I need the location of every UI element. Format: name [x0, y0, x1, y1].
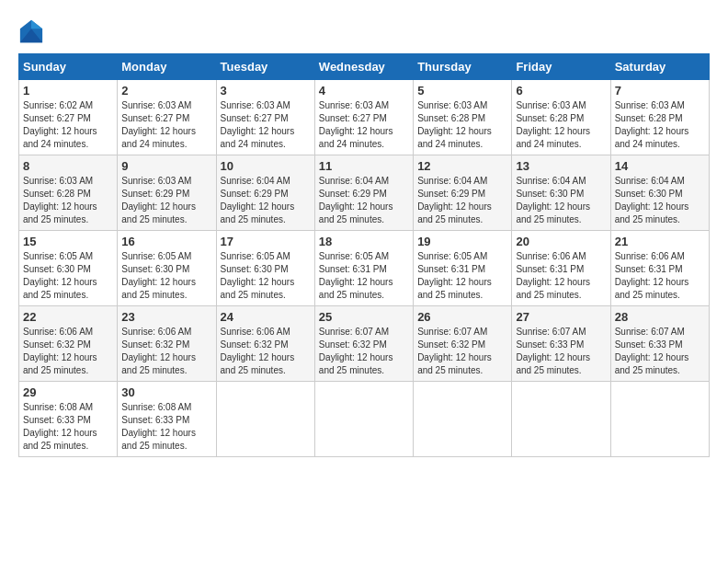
day-info: Sunrise: 6:03 AMSunset: 6:27 PMDaylight:…	[121, 99, 211, 151]
day-info: Sunrise: 6:04 AMSunset: 6:29 PMDaylight:…	[221, 175, 311, 226]
day-info: Sunrise: 6:02 AMSunset: 6:27 PMDaylight:…	[23, 99, 113, 151]
day-number: 18	[319, 235, 409, 248]
calendar-table: SundayMondayTuesdayWednesdayThursdayFrid…	[18, 53, 710, 457]
day-info: Sunrise: 6:06 AMSunset: 6:32 PMDaylight:…	[23, 326, 113, 377]
day-number: 1	[23, 84, 113, 98]
day-info: Sunrise: 6:04 AMSunset: 6:30 PMDaylight:…	[516, 175, 606, 226]
day-number: 28	[615, 310, 705, 324]
calendar-cell: 21 Sunrise: 6:06 AMSunset: 6:31 PMDaylig…	[610, 231, 709, 306]
day-info: Sunrise: 6:03 AMSunset: 6:28 PMDaylight:…	[516, 99, 606, 151]
day-number: 17	[221, 235, 311, 248]
calendar-cell	[512, 382, 610, 457]
calendar-week-row: 1 Sunrise: 6:02 AMSunset: 6:27 PMDayligh…	[19, 80, 710, 155]
day-number: 2	[121, 84, 211, 98]
calendar-cell	[314, 382, 413, 457]
day-info: Sunrise: 6:08 AMSunset: 6:33 PMDaylight:…	[121, 401, 211, 453]
calendar-week-row: 22 Sunrise: 6:06 AMSunset: 6:32 PMDaylig…	[19, 306, 710, 382]
day-info: Sunrise: 6:03 AMSunset: 6:28 PMDaylight:…	[615, 99, 705, 151]
calendar-header-sunday: Sunday	[19, 54, 118, 80]
calendar-cell: 7 Sunrise: 6:03 AMSunset: 6:28 PMDayligh…	[610, 80, 709, 155]
day-number: 8	[23, 159, 113, 173]
day-info: Sunrise: 6:04 AMSunset: 6:29 PMDaylight:…	[417, 175, 507, 226]
calendar-cell: 6 Sunrise: 6:03 AMSunset: 6:28 PMDayligh…	[512, 80, 610, 155]
day-number: 29	[23, 385, 113, 399]
calendar-cell: 30 Sunrise: 6:08 AMSunset: 6:33 PMDaylig…	[118, 382, 216, 457]
day-number: 30	[121, 385, 211, 399]
calendar-week-row: 8 Sunrise: 6:03 AMSunset: 6:28 PMDayligh…	[19, 155, 710, 231]
calendar-cell	[610, 382, 709, 457]
day-info: Sunrise: 6:04 AMSunset: 6:30 PMDaylight:…	[615, 175, 705, 226]
day-number: 6	[516, 84, 606, 98]
logo	[18, 18, 48, 44]
calendar-cell: 25 Sunrise: 6:07 AMSunset: 6:32 PMDaylig…	[314, 306, 413, 382]
day-number: 14	[615, 159, 705, 173]
day-number: 16	[121, 235, 211, 248]
calendar-cell: 4 Sunrise: 6:03 AMSunset: 6:27 PMDayligh…	[314, 80, 413, 155]
calendar-cell: 9 Sunrise: 6:03 AMSunset: 6:29 PMDayligh…	[118, 155, 216, 231]
day-info: Sunrise: 6:03 AMSunset: 6:27 PMDaylight:…	[221, 99, 311, 151]
day-number: 27	[516, 310, 606, 324]
day-number: 20	[516, 235, 606, 248]
day-info: Sunrise: 6:05 AMSunset: 6:30 PMDaylight:…	[23, 250, 113, 302]
calendar-cell: 20 Sunrise: 6:06 AMSunset: 6:31 PMDaylig…	[512, 231, 610, 306]
svg-marker-1	[31, 20, 42, 29]
day-number: 21	[615, 235, 705, 248]
day-info: Sunrise: 6:07 AMSunset: 6:33 PMDaylight:…	[615, 326, 705, 377]
day-info: Sunrise: 6:07 AMSunset: 6:33 PMDaylight:…	[516, 326, 606, 377]
day-info: Sunrise: 6:03 AMSunset: 6:28 PMDaylight:…	[23, 175, 113, 226]
calendar-cell: 1 Sunrise: 6:02 AMSunset: 6:27 PMDayligh…	[19, 80, 118, 155]
calendar-cell: 2 Sunrise: 6:03 AMSunset: 6:27 PMDayligh…	[118, 80, 216, 155]
day-info: Sunrise: 6:05 AMSunset: 6:31 PMDaylight:…	[417, 250, 507, 302]
calendar-week-row: 15 Sunrise: 6:05 AMSunset: 6:30 PMDaylig…	[19, 231, 710, 306]
day-info: Sunrise: 6:07 AMSunset: 6:32 PMDaylight:…	[417, 326, 507, 377]
calendar-cell: 28 Sunrise: 6:07 AMSunset: 6:33 PMDaylig…	[610, 306, 709, 382]
day-info: Sunrise: 6:03 AMSunset: 6:29 PMDaylight:…	[121, 175, 211, 226]
day-info: Sunrise: 6:07 AMSunset: 6:32 PMDaylight:…	[319, 326, 409, 377]
calendar-cell: 26 Sunrise: 6:07 AMSunset: 6:32 PMDaylig…	[414, 306, 512, 382]
calendar-header-wednesday: Wednesday	[314, 54, 413, 80]
day-number: 12	[417, 159, 507, 173]
calendar-cell: 12 Sunrise: 6:04 AMSunset: 6:29 PMDaylig…	[414, 155, 512, 231]
calendar-cell: 11 Sunrise: 6:04 AMSunset: 6:29 PMDaylig…	[314, 155, 413, 231]
day-info: Sunrise: 6:05 AMSunset: 6:30 PMDaylight:…	[221, 250, 311, 302]
day-number: 25	[319, 310, 409, 324]
day-number: 19	[417, 235, 507, 248]
calendar-cell: 18 Sunrise: 6:05 AMSunset: 6:31 PMDaylig…	[314, 231, 413, 306]
day-number: 24	[221, 310, 311, 324]
day-number: 5	[417, 84, 507, 98]
calendar-cell: 5 Sunrise: 6:03 AMSunset: 6:28 PMDayligh…	[414, 80, 512, 155]
header	[18, 18, 710, 44]
calendar-cell	[414, 382, 512, 457]
calendar-cell: 10 Sunrise: 6:04 AMSunset: 6:29 PMDaylig…	[216, 155, 314, 231]
day-info: Sunrise: 6:03 AMSunset: 6:28 PMDaylight:…	[417, 99, 507, 151]
day-info: Sunrise: 6:08 AMSunset: 6:33 PMDaylight:…	[23, 401, 113, 453]
calendar-cell: 23 Sunrise: 6:06 AMSunset: 6:32 PMDaylig…	[118, 306, 216, 382]
calendar-cell	[216, 382, 314, 457]
day-info: Sunrise: 6:06 AMSunset: 6:32 PMDaylight:…	[221, 326, 311, 377]
day-number: 23	[121, 310, 211, 324]
calendar-cell: 27 Sunrise: 6:07 AMSunset: 6:33 PMDaylig…	[512, 306, 610, 382]
day-info: Sunrise: 6:03 AMSunset: 6:27 PMDaylight:…	[319, 99, 409, 151]
calendar-cell: 8 Sunrise: 6:03 AMSunset: 6:28 PMDayligh…	[19, 155, 118, 231]
day-number: 10	[221, 159, 311, 173]
day-number: 15	[23, 235, 113, 248]
day-number: 3	[221, 84, 311, 98]
calendar-header-tuesday: Tuesday	[216, 54, 314, 80]
logo-icon	[18, 18, 44, 44]
calendar-cell: 14 Sunrise: 6:04 AMSunset: 6:30 PMDaylig…	[610, 155, 709, 231]
day-number: 22	[23, 310, 113, 324]
day-info: Sunrise: 6:05 AMSunset: 6:30 PMDaylight:…	[121, 250, 211, 302]
calendar-cell: 17 Sunrise: 6:05 AMSunset: 6:30 PMDaylig…	[216, 231, 314, 306]
day-number: 7	[615, 84, 705, 98]
calendar-header-row: SundayMondayTuesdayWednesdayThursdayFrid…	[19, 54, 710, 80]
calendar-header-friday: Friday	[512, 54, 610, 80]
calendar-cell: 24 Sunrise: 6:06 AMSunset: 6:32 PMDaylig…	[216, 306, 314, 382]
calendar-cell: 29 Sunrise: 6:08 AMSunset: 6:33 PMDaylig…	[19, 382, 118, 457]
day-info: Sunrise: 6:04 AMSunset: 6:29 PMDaylight:…	[319, 175, 409, 226]
day-info: Sunrise: 6:06 AMSunset: 6:32 PMDaylight:…	[121, 326, 211, 377]
day-info: Sunrise: 6:06 AMSunset: 6:31 PMDaylight:…	[615, 250, 705, 302]
calendar-header-thursday: Thursday	[414, 54, 512, 80]
calendar-header-monday: Monday	[118, 54, 216, 80]
calendar-cell: 19 Sunrise: 6:05 AMSunset: 6:31 PMDaylig…	[414, 231, 512, 306]
calendar-cell: 16 Sunrise: 6:05 AMSunset: 6:30 PMDaylig…	[118, 231, 216, 306]
